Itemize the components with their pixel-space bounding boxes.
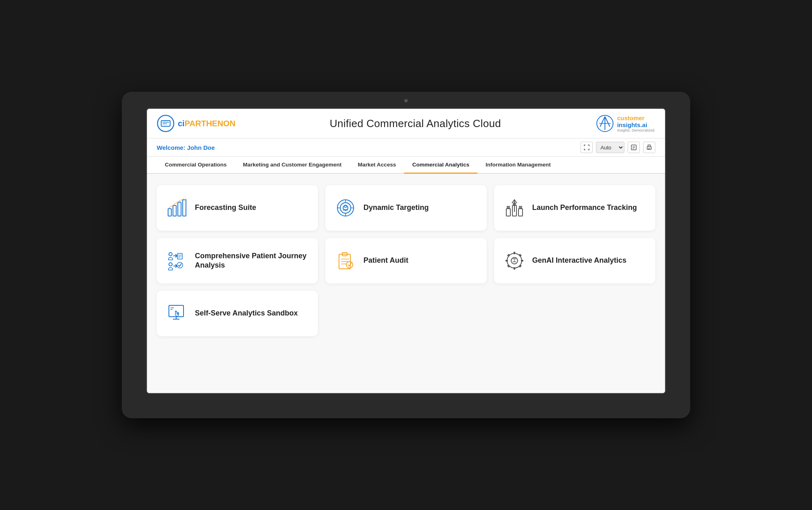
svg-rect-1 [161,121,170,126]
svg-rect-57 [514,267,515,270]
card-patient-audit[interactable]: Patient Audit [325,238,486,283]
journey-icon [166,250,188,271]
export-button[interactable] [628,142,640,153]
logo-ci: ci [178,119,185,128]
fullscreen-icon [584,145,590,150]
svg-point-0 [158,115,174,132]
self-serve-label: Self-Serve Analytics Sandbox [195,309,298,318]
svg-rect-18 [178,202,181,216]
page-title: Unified Commercial Analytics Cloud [330,117,501,130]
right-logo: customer insights.ai Insights. Democrati… [595,115,655,132]
tab-commercial-operations[interactable]: Commercial Operations [157,157,235,174]
audit-icon [335,250,356,271]
svg-rect-35 [518,209,523,216]
main-content: Forecasting Suite [147,174,665,393]
tab-commercial-analytics[interactable]: Commercial Analytics [404,157,477,174]
launch-icon [504,197,525,218]
genai-icon [504,250,525,271]
ci-logo-line2: insights.ai [617,121,655,128]
tab-market-access[interactable]: Market Access [350,157,404,174]
svg-rect-63 [507,265,510,268]
svg-rect-29 [506,209,510,216]
logo-parthenon: PARTHENON [185,119,235,128]
logo-area: ciPARTHENON [157,115,235,132]
export-icon [631,145,637,150]
laptop-frame: ciPARTHENON Unified Commercial Analytics… [122,92,690,418]
ciparthenon-logo-icon [157,115,175,132]
svg-rect-62 [519,265,522,268]
welcome-text: Welcome: John Doe [157,144,215,151]
welcome-bar: Welcome: John Doe Auto 50% 75% 100% 125% [147,138,665,157]
nav-tabs: Commercial Operations Marketing and Cust… [147,157,665,174]
card-forecasting-suite[interactable]: Forecasting Suite [157,185,318,231]
camera-dot [404,99,408,102]
card-patient-journey[interactable]: Comprehensive Patient Journey Analysis [157,238,318,283]
cards-grid: Forecasting Suite [157,185,655,336]
svg-rect-58 [505,260,508,261]
tab-marketing[interactable]: Marketing and Customer Engagement [235,157,350,174]
svg-point-45 [169,263,172,266]
laptop-screen: ciPARTHENON Unified Commercial Analytics… [146,108,666,394]
svg-line-5 [600,117,605,127]
sandbox-icon [166,303,188,324]
zoom-select[interactable]: Auto 50% 75% 100% 125% [596,142,624,153]
ci-logo-line1: customer [617,115,655,121]
svg-rect-60 [507,254,510,257]
patient-journey-label: Comprehensive Patient Journey Analysis [195,251,308,270]
logo-text: ciPARTHENON [178,119,235,128]
card-launch-performance[interactable]: Launch Performance Tracking [494,185,655,231]
patient-audit-label: Patient Audit [363,256,408,265]
ci-logo-text: customer insights.ai Insights. Democrati… [617,115,655,132]
tab-information-management[interactable]: Information Management [477,157,559,174]
svg-rect-59 [521,260,523,261]
svg-point-53 [346,261,353,268]
header: ciPARTHENON Unified Commercial Analytics… [147,109,665,138]
chart-icon [166,197,188,218]
svg-rect-17 [173,205,176,216]
genai-analytics-label: GenAI Interactive Analytics [532,256,626,265]
card-dynamic-targeting[interactable]: Dynamic Targeting [325,185,486,231]
svg-point-22 [340,203,351,213]
launch-performance-label: Launch Performance Tracking [532,203,637,212]
svg-line-6 [605,117,610,127]
toolbar-right: Auto 50% 75% 100% 125% [581,142,655,153]
card-self-serve[interactable]: Self-Serve Analytics Sandbox [157,291,318,336]
svg-point-39 [169,253,172,256]
svg-rect-56 [514,252,515,254]
ci-logo-icon [595,115,615,132]
ci-logo-sub: Insights. Democratized. [617,128,655,132]
fullscreen-button[interactable] [581,142,593,153]
svg-rect-16 [168,209,171,216]
print-button[interactable] [643,142,655,153]
forecasting-suite-label: Forecasting Suite [195,203,256,212]
print-icon [646,145,652,150]
svg-rect-61 [519,254,522,257]
target-icon [335,197,356,218]
svg-rect-19 [183,200,186,216]
card-genai-analytics[interactable]: GenAI Interactive Analytics [494,238,655,283]
dynamic-targeting-label: Dynamic Targeting [363,203,429,212]
